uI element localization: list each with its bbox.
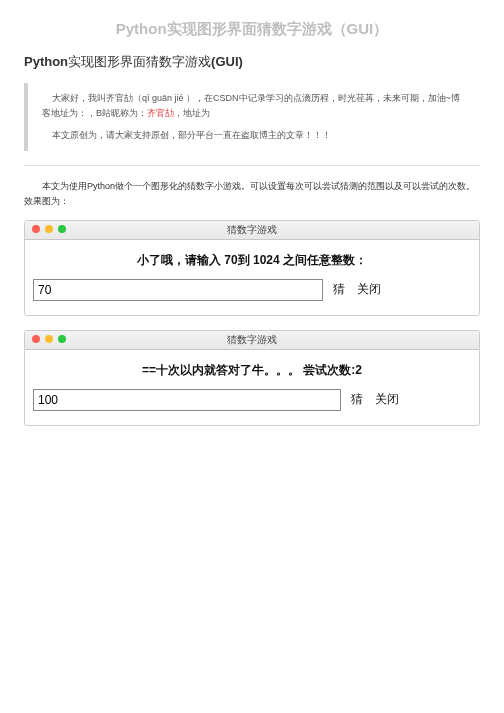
minimize-icon[interactable] bbox=[45, 225, 53, 233]
page-title: Python实现图形界面猜数字游戏（GUI） bbox=[24, 20, 480, 39]
guess-input[interactable] bbox=[33, 389, 341, 411]
window-title: 猜数字游戏 bbox=[227, 223, 277, 237]
close-button[interactable]: 关闭 bbox=[355, 281, 383, 298]
page-subtitle: Python实现图形界面猜数字游戏(GUI) bbox=[24, 53, 480, 71]
window-controls bbox=[32, 335, 66, 343]
quote-red: 齐官劼 bbox=[147, 108, 174, 118]
window-controls bbox=[32, 225, 66, 233]
maximize-icon[interactable] bbox=[58, 225, 66, 233]
window-titlebar: 猜数字游戏 bbox=[25, 331, 479, 350]
close-icon[interactable] bbox=[32, 335, 40, 343]
screenshot-2: 猜数字游戏 ==十次以内就答对了牛。。。 尝试次数:2 猜 关闭 bbox=[24, 330, 480, 426]
quote-text-1b: ，地址为 bbox=[174, 108, 210, 118]
subtitle-bold: Python bbox=[24, 54, 68, 69]
minimize-icon[interactable] bbox=[45, 335, 53, 343]
intro-line-1: 本文为使用Python做个一个图形化的猜数字小游戏。可以设置每次可以尝试猜测的范… bbox=[24, 180, 480, 193]
window-titlebar: 猜数字游戏 bbox=[25, 221, 479, 240]
blockquote: 大家好，我叫齐官劼（qí guān jié ），在CSDN中记录学习的点滴历程，… bbox=[24, 83, 480, 151]
close-icon[interactable] bbox=[32, 225, 40, 233]
prompt-text: ==十次以内就答对了牛。。。 尝试次数:2 bbox=[33, 362, 471, 379]
window-title: 猜数字游戏 bbox=[227, 333, 277, 347]
close-button[interactable]: 关闭 bbox=[373, 391, 401, 408]
screenshot-1: 猜数字游戏 小了哦，请输入 70到 1024 之间任意整数： 猜 关闭 bbox=[24, 220, 480, 316]
divider bbox=[24, 165, 480, 166]
maximize-icon[interactable] bbox=[58, 335, 66, 343]
intro-line-2: 效果图为： bbox=[24, 195, 480, 208]
subtitle-rest: 实现图形界面猜数字游戏 bbox=[68, 54, 211, 69]
prompt-text: 小了哦，请输入 70到 1024 之间任意整数： bbox=[33, 252, 471, 269]
guess-button[interactable]: 猜 bbox=[331, 281, 347, 298]
guess-input[interactable] bbox=[33, 279, 323, 301]
quote-text-2: 本文原创为，请大家支持原创，部分平台一直在盗取博主的文章！！！ bbox=[52, 130, 331, 140]
subtitle-paren: (GUI) bbox=[211, 54, 243, 69]
quote-text-1a: 大家好，我叫齐官劼（qí guān jié ），在CSDN中记录学习的点滴历程，… bbox=[42, 93, 460, 118]
guess-button[interactable]: 猜 bbox=[349, 391, 365, 408]
